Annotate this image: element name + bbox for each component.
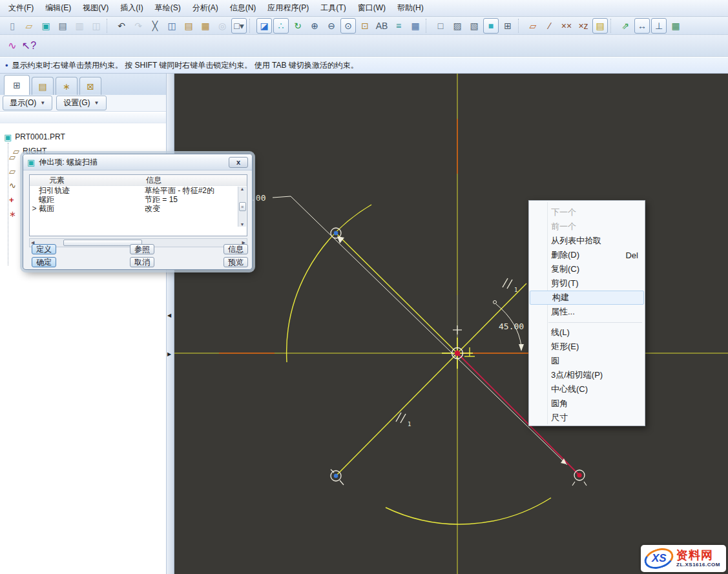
tree-root-row[interactable]: ▣ PRT0001.PRT (4, 130, 166, 144)
sweep-trajectory-icon[interactable]: ∿ (9, 181, 16, 189)
constraint-toggle-icon[interactable]: ⊥ (651, 18, 667, 34)
menubar-item-info[interactable]: 信息(N) (224, 0, 262, 16)
menubar-item-window[interactable]: 窗口(W) (352, 0, 391, 16)
view-manager-icon[interactable]: ▦ (408, 18, 423, 34)
table-row[interactable]: 扫引轨迹 草绘平面 - 特征#2的 (30, 186, 247, 195)
context-item-circle[interactable]: 圆 (529, 354, 645, 368)
no-hidden-icon[interactable]: ▧ (466, 18, 482, 34)
table-row[interactable]: > 截面 改变 (30, 204, 247, 213)
menubar-item-sketch[interactable]: 草绘(S) (149, 0, 187, 16)
collapse-left-icon[interactable]: ◀ (167, 313, 171, 318)
context-item-rectangle[interactable]: 矩形(E) (529, 340, 645, 354)
table-row[interactable]: 螺距 节距 = 15 (30, 195, 247, 204)
scrollbar-thumb[interactable]: ≡ (239, 202, 246, 211)
scroll-down-icon[interactable]: ▼ (240, 222, 245, 227)
open-icon[interactable]: ▱ (21, 18, 37, 34)
tab-connections[interactable]: ⊠ (79, 77, 101, 95)
length-dimension-text[interactable]: .00 (251, 193, 265, 203)
csys-display-icon[interactable]: ×z (576, 18, 591, 34)
context-item-line[interactable]: 线(L) (529, 325, 645, 340)
close-icon[interactable]: x (229, 157, 248, 168)
save-icon[interactable]: ▣ (38, 18, 54, 34)
shaded-icon[interactable]: ■ (483, 18, 499, 34)
csys-icon[interactable]: + (9, 195, 16, 203)
menubar-item-help[interactable]: 帮助(H) (391, 0, 430, 16)
menubar-item-analysis[interactable]: 分析(A) (187, 0, 224, 16)
context-item-dimension[interactable]: 尺寸 (529, 411, 645, 425)
datum-plane-icon[interactable]: ▱ (9, 167, 16, 175)
sketch-vertex[interactable] (331, 469, 344, 485)
context-item-3point-tangent[interactable]: 3点/相切端(P) (529, 368, 645, 382)
context-item-next[interactable]: 下一个 (529, 205, 645, 220)
zoom-out-icon[interactable]: ⊖ (324, 18, 339, 34)
menubar-item-view[interactable]: 视图(V) (77, 0, 114, 16)
tab-favorites[interactable]: ∗ (56, 77, 78, 95)
print-icon[interactable]: ▤ (55, 18, 70, 34)
menubar-item-applications[interactable]: 应用程序(P) (262, 0, 315, 16)
tab-model-tree[interactable]: ⊞ (4, 75, 30, 95)
sketch-line-upper-left[interactable] (336, 233, 457, 353)
copy-icon[interactable]: ◫ (164, 18, 180, 34)
model-tree-toggle-icon[interactable]: ⊞ (500, 18, 515, 34)
mail-link-icon[interactable]: ◫ (88, 18, 104, 34)
menubar-item-insert[interactable]: 插入(I) (114, 0, 149, 16)
ok-button[interactable]: 确定 (32, 257, 56, 267)
tab-folder-browser[interactable]: ▤ (32, 77, 54, 95)
context-help-icon[interactable]: ↖? (21, 38, 37, 54)
sketch-line-lower-left[interactable] (336, 283, 526, 476)
dim-toggle-icon[interactable]: ↔ (634, 18, 650, 34)
context-item-construction[interactable]: 构建 (530, 291, 644, 305)
context-item-properties[interactable]: 属性... (529, 305, 645, 319)
cancel-button[interactable]: 取消 (130, 257, 154, 267)
print-preview-icon[interactable]: ▥ (72, 18, 87, 34)
annotation-icon[interactable]: AB (374, 18, 390, 34)
sketch-vertex[interactable] (331, 228, 341, 238)
axis-display-icon[interactable]: ⁄ (542, 18, 557, 34)
info-button[interactable]: 信息 (224, 244, 248, 254)
show-dropdown-button[interactable]: 显示(O) ▼ (3, 96, 52, 110)
sketch-arc-left[interactable] (287, 205, 371, 362)
select-box-icon[interactable]: □▾ (231, 18, 247, 34)
grid-toggle-icon[interactable]: ▦ (668, 18, 683, 34)
zoom-in-icon[interactable]: ⊕ (307, 18, 322, 34)
datum-display-icon[interactable]: ∴ (273, 18, 289, 34)
context-item-fillet[interactable]: 圆角 (529, 396, 645, 411)
layers-icon[interactable]: ≡ (391, 18, 406, 34)
refit-icon[interactable]: ⊡ (357, 18, 373, 34)
spin-center-icon[interactable]: ↻ (290, 18, 306, 34)
sketch-view-icon[interactable]: ◪ (256, 18, 272, 34)
preview-button[interactable]: 预览 (224, 257, 248, 267)
context-item-centerline[interactable]: 中心线(C) (529, 382, 645, 396)
undo-icon[interactable]: ↶ (114, 18, 129, 34)
dim-display-icon[interactable]: ▱ (525, 18, 541, 34)
sketch-orient-icon[interactable]: ⇗ (618, 18, 633, 34)
context-item-delete[interactable]: 删除(D) Del (529, 248, 645, 262)
vertex-display-icon[interactable]: ×× (559, 18, 574, 34)
sketch-arc-bottom[interactable] (386, 498, 551, 524)
menubar-item-edit[interactable]: 编辑(E) (39, 0, 77, 16)
paste-special-icon[interactable]: ▦ (198, 18, 213, 34)
sketch-diagnostics-icon[interactable]: ∿ (5, 38, 20, 54)
scroll-up-icon[interactable]: ▲ (240, 187, 245, 191)
menubar-item-file[interactable]: 文件(F) (3, 0, 39, 16)
refs-button[interactable]: 参照 (130, 244, 154, 254)
settings-dropdown-button[interactable]: 设置(G) ▼ (56, 96, 106, 110)
expand-right-icon[interactable]: ▶ (167, 351, 171, 357)
redo-icon[interactable]: ↷ (130, 18, 146, 34)
datum-plane-icon[interactable]: ▱ (9, 152, 16, 161)
define-button[interactable]: 定义 (32, 244, 56, 254)
context-item-previous[interactable]: 前一个 (529, 220, 645, 234)
note-display-icon[interactable]: ▤ (592, 18, 608, 34)
context-item-pick-from-list[interactable]: 从列表中拾取 (529, 234, 645, 248)
new-file-icon[interactable]: ▯ (5, 18, 20, 34)
context-item-cut[interactable]: 剪切(T) (529, 276, 645, 291)
hidden-line-icon[interactable]: ▨ (450, 18, 465, 34)
zoom-fit-icon[interactable]: ⊙ (340, 18, 356, 34)
wireframe-icon[interactable]: □ (433, 18, 448, 34)
dialog-titlebar[interactable]: ▣ 伸出项: 螺旋扫描 x (23, 154, 252, 170)
vertical-scrollbar[interactable]: ▲ ≡ ▼ (238, 187, 246, 227)
context-item-copy[interactable]: 复制(C) (529, 262, 645, 276)
panel-splitter[interactable]: ◀ ▶ (167, 74, 174, 574)
menubar-item-tools[interactable]: 工具(T) (315, 0, 351, 16)
sketch-vertex-active[interactable] (572, 470, 587, 486)
